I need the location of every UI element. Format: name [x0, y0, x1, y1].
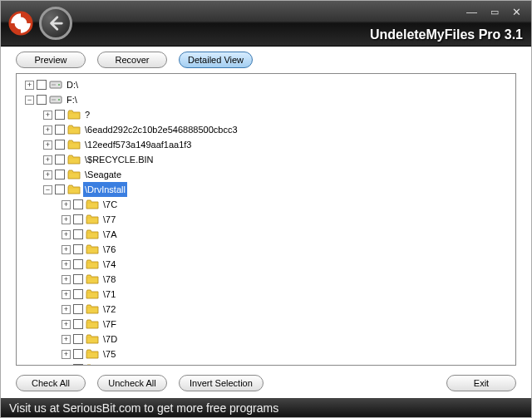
tree-row-folder[interactable]: +?: [20, 107, 512, 122]
expand-icon[interactable]: +: [62, 305, 71, 314]
node-label[interactable]: \$RECYCLE.BIN: [83, 152, 155, 167]
minimize-button[interactable]: —: [463, 4, 480, 20]
tree-row-folder[interactable]: +\78: [20, 272, 512, 287]
node-label[interactable]: \72: [101, 302, 117, 317]
checkbox[interactable]: [55, 125, 65, 135]
tree-row-folder[interactable]: +\74: [20, 257, 512, 272]
node-label[interactable]: \DrvInstall: [83, 182, 127, 197]
expand-icon[interactable]: +: [62, 230, 71, 239]
expand-icon[interactable]: +: [25, 81, 34, 90]
node-label[interactable]: \6eadd292c2c10b2e546888500cbcc3: [83, 122, 239, 137]
checkbox[interactable]: [73, 214, 83, 224]
checkbox[interactable]: [55, 184, 65, 194]
tree-row-folder[interactable]: +\$RECYCLE.BIN: [20, 152, 512, 167]
maximize-button[interactable]: ▭: [487, 5, 502, 19]
expand-icon[interactable]: +: [43, 155, 52, 165]
uncheck-all-button[interactable]: Uncheck All: [97, 375, 167, 391]
expand-icon[interactable]: +: [62, 260, 71, 269]
invert-selection-button[interactable]: Invert Selection: [179, 375, 264, 391]
folder-icon: [67, 169, 81, 180]
tree-row-folder[interactable]: +\12eedf573a149aaf1aa1f3: [20, 137, 512, 152]
checkbox[interactable]: [55, 110, 65, 120]
node-label[interactable]: \77: [101, 212, 117, 227]
node-label[interactable]: \73: [101, 361, 117, 366]
checkbox[interactable]: [73, 274, 83, 284]
tree-row-folder[interactable]: +\7A: [20, 227, 512, 242]
tree-row-folder[interactable]: +\7F: [20, 317, 512, 332]
expand-icon[interactable]: +: [43, 111, 52, 120]
collapse-icon[interactable]: −: [25, 96, 34, 105]
tree-row-drive-f[interactable]: − F:\: [20, 92, 512, 107]
checkbox[interactable]: [73, 349, 83, 359]
tree-row-folder[interactable]: −\DrvInstall: [20, 182, 512, 197]
app-title: UndeleteMyFiles Pro 3.1: [370, 27, 523, 42]
collapse-icon[interactable]: −: [43, 185, 52, 194]
checkbox[interactable]: [73, 364, 83, 366]
back-button[interactable]: [39, 7, 72, 40]
checkbox[interactable]: [55, 155, 65, 165]
app-logo-icon: [7, 10, 34, 37]
expand-icon[interactable]: +: [62, 350, 71, 359]
tab-recover[interactable]: Recover: [97, 52, 167, 68]
expand-icon[interactable]: +: [62, 275, 71, 284]
tree-row-folder[interactable]: +\73: [20, 361, 512, 366]
expand-icon[interactable]: +: [62, 320, 71, 329]
node-label[interactable]: ?: [83, 107, 91, 122]
expand-icon[interactable]: +: [62, 200, 71, 209]
node-label[interactable]: \78: [101, 272, 117, 287]
tree-row-folder[interactable]: +\72: [20, 302, 512, 317]
folder-icon: [86, 229, 99, 240]
tree-row-folder[interactable]: +\Seagate: [20, 167, 512, 182]
expand-icon[interactable]: +: [62, 290, 71, 299]
node-label[interactable]: \75: [101, 347, 117, 361]
checkbox[interactable]: [73, 244, 83, 254]
folder-icon: [86, 199, 99, 210]
node-label[interactable]: \7A: [101, 227, 119, 242]
tab-preview[interactable]: Preview: [16, 52, 86, 68]
node-label[interactable]: \74: [101, 257, 117, 272]
checkbox[interactable]: [73, 199, 83, 209]
node-label[interactable]: \7F: [101, 317, 118, 332]
expand-icon[interactable]: +: [62, 245, 71, 254]
tree-row-folder[interactable]: +\7C: [20, 197, 512, 212]
checkbox[interactable]: [73, 304, 83, 314]
exit-button[interactable]: Exit: [446, 375, 516, 391]
node-label[interactable]: \12eedf573a149aaf1aa1f3: [83, 137, 193, 152]
checkbox[interactable]: [37, 95, 47, 105]
check-all-button[interactable]: Check All: [16, 375, 86, 391]
folder-icon: [67, 154, 81, 165]
tree-row-folder[interactable]: +\7D: [20, 332, 512, 347]
expand-icon[interactable]: +: [62, 335, 71, 344]
expand-icon[interactable]: +: [43, 125, 52, 135]
expand-icon[interactable]: +: [62, 215, 71, 224]
checkbox[interactable]: [55, 140, 65, 150]
node-label[interactable]: \7D: [101, 332, 119, 347]
tree-row-drive-d[interactable]: + D:\: [20, 77, 512, 92]
node-label[interactable]: F:\: [65, 92, 79, 107]
tree-row-folder[interactable]: +\77: [20, 212, 512, 227]
expand-icon[interactable]: +: [62, 365, 71, 366]
file-tree[interactable]: + D:\ − F:\ +?+\6eadd292c2c10b2e54688850…: [16, 73, 516, 366]
expand-icon[interactable]: +: [43, 170, 52, 179]
folder-icon: [86, 288, 99, 300]
tree-row-folder[interactable]: +\71: [20, 287, 512, 302]
node-label[interactable]: D:\: [65, 77, 80, 92]
checkbox[interactable]: [73, 334, 83, 344]
checkbox[interactable]: [73, 229, 83, 239]
node-label[interactable]: \71: [101, 287, 117, 302]
node-label[interactable]: \Seagate: [83, 167, 123, 182]
checkbox[interactable]: [73, 289, 83, 299]
checkbox[interactable]: [55, 170, 65, 179]
tree-row-folder[interactable]: +\75: [20, 347, 512, 361]
tab-detailed-view[interactable]: Detailed View: [179, 52, 253, 68]
node-label[interactable]: \7C: [101, 197, 119, 212]
checkbox[interactable]: [73, 319, 83, 329]
tree-row-folder[interactable]: +\6eadd292c2c10b2e546888500cbcc3: [20, 122, 512, 137]
node-label[interactable]: \76: [101, 242, 117, 257]
close-button[interactable]: ✕: [509, 4, 525, 20]
checkbox[interactable]: [37, 80, 47, 90]
expand-icon[interactable]: +: [43, 140, 52, 150]
folder-icon: [86, 258, 99, 270]
checkbox[interactable]: [73, 259, 83, 269]
tree-row-folder[interactable]: +\76: [20, 242, 512, 257]
